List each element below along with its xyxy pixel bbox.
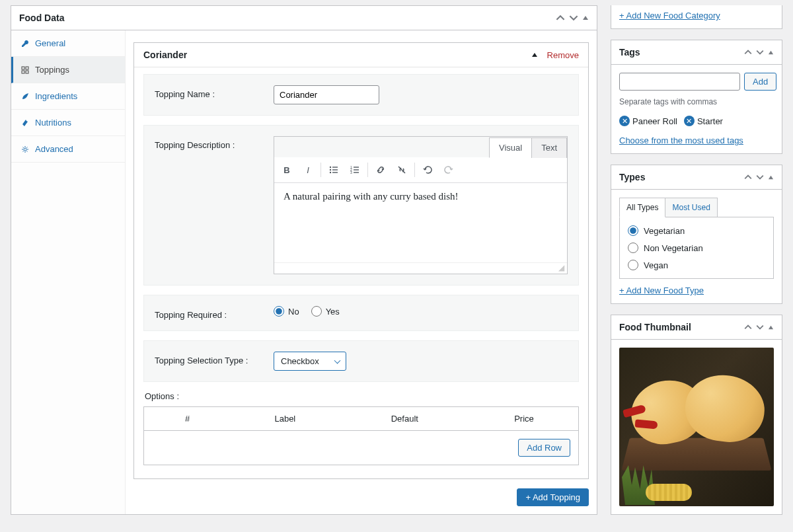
types-panel: Types All Types Most Used Vegetarian Non… [611,165,782,304]
topping-required-label: Topping Required : [155,306,274,320]
types-tab-most[interactable]: Most Used [665,198,717,217]
remove-topping-link[interactable]: Remove [547,50,579,60]
col-num: # [144,407,231,431]
tab-nutritions[interactable]: Nutritions [11,110,125,136]
col-default: Default [340,407,470,431]
link-icon[interactable] [371,160,391,180]
svg-rect-1 [26,67,28,69]
topping-desc-label: Topping Description : [155,136,274,150]
carrot-icon [20,118,30,128]
types-tab-all[interactable]: All Types [619,198,665,217]
wysiwyg-editor: Visual Text B I [274,136,568,274]
undo-icon[interactable] [418,160,437,180]
gear-icon [20,145,30,154]
triangle-up-icon[interactable] [768,324,774,330]
tags-title: Tags [619,47,640,57]
topping-desc-textarea[interactable]: A natural pairing with any curry based d… [274,183,567,262]
bullet-list-icon[interactable] [324,160,344,180]
add-topping-button[interactable]: + Add Topping [517,488,589,506]
svg-rect-12 [354,167,359,167]
svg-rect-8 [332,169,338,170]
tab-general[interactable]: General [11,30,125,57]
types-title: Types [619,172,645,182]
svg-rect-6 [332,167,338,167]
topping-name-input[interactable] [274,85,379,104]
wrench-icon [20,39,30,48]
remove-tag-icon[interactable]: ✕ [684,116,695,126]
remove-tag-icon[interactable]: ✕ [619,116,630,126]
food-data-title: Food Data [19,13,64,23]
tags-input[interactable] [619,73,740,91]
svg-rect-3 [26,71,28,73]
tab-toppings[interactable]: Toppings [11,57,125,83]
svg-point-5 [330,167,331,168]
chevron-down-icon[interactable] [756,173,764,181]
resize-handle-icon[interactable]: ◢ [274,262,567,274]
chevron-up-icon[interactable] [744,323,752,331]
required-yes-option[interactable]: Yes [311,306,340,317]
options-label: Options : [145,391,579,401]
thumbnail-title: Food Thumbnail [619,322,691,332]
tags-add-button[interactable]: Add [744,73,776,91]
selection-type-label: Topping Selection Type : [155,352,274,365]
tab-advanced[interactable]: Advanced [11,136,125,163]
add-food-category-link[interactable]: + Add New Food Category [619,11,720,20]
tags-panel: Tags Add Separate tags with commas ✕ Pan… [611,40,782,154]
add-food-type-link[interactable]: + Add New Food Type [619,285,704,295]
tab-ingredients[interactable]: Ingredients [11,83,125,110]
food-data-panel: Food Data General [11,5,597,515]
tag-chip: ✕ Starter [684,116,723,126]
type-option-vegan[interactable]: Vegan [628,260,765,270]
topping-name-label: Topping Name : [155,85,274,99]
chevron-down-icon[interactable] [569,13,578,22]
svg-point-4 [24,148,26,151]
thumbnail-panel: Food Thumbnail [611,315,782,515]
editor-tab-visual[interactable]: Visual [489,137,532,158]
redo-icon[interactable] [439,160,459,180]
svg-rect-0 [22,67,24,69]
tag-chip: ✕ Paneer Roll [619,116,677,126]
chevron-up-icon[interactable] [744,48,752,56]
svg-rect-2 [22,71,24,73]
chevron-up-icon[interactable] [556,13,565,22]
svg-rect-10 [332,172,338,172]
triangle-up-icon[interactable] [768,50,774,56]
topping-title: Coriander [143,50,187,60]
type-option-vegetarian[interactable]: Vegetarian [628,225,765,236]
chevron-up-icon[interactable] [744,173,752,181]
choose-tags-link[interactable]: Choose from the most used tags [619,135,743,145]
editor-tab-text[interactable]: Text [531,137,567,158]
add-row-button[interactable]: Add Row [518,439,570,457]
svg-point-7 [330,169,331,171]
unlink-icon[interactable] [392,160,412,180]
bold-icon[interactable]: B [277,160,297,180]
col-price: Price [470,407,579,431]
selection-type-select[interactable]: Checkbox [274,352,346,371]
svg-rect-14 [354,169,359,170]
options-table: # Label Default Price Add Row [143,406,579,465]
leaf-icon [20,92,30,101]
triangle-up-icon[interactable] [531,52,538,58]
svg-rect-16 [354,172,359,172]
svg-text:3: 3 [350,171,352,174]
triangle-up-icon[interactable] [768,174,774,180]
food-thumbnail-image[interactable] [619,348,774,506]
italic-icon[interactable]: I [298,160,318,180]
triangle-up-icon[interactable] [582,15,589,21]
chevron-down-icon[interactable] [756,48,764,56]
numbered-list-icon[interactable]: 123 [345,160,365,180]
required-no-option[interactable]: No [274,306,299,317]
chevron-down-icon[interactable] [756,323,764,331]
tags-hint: Separate tags with commas [619,97,774,106]
col-label: Label [231,407,340,431]
svg-point-9 [330,172,331,173]
type-option-nonveg[interactable]: Non Vegetarian [628,243,765,253]
grid-icon [20,65,30,75]
topping-item: Coriander Remove Topping Name : [133,42,589,479]
food-data-tabs: General Toppings Ingredients Nutrit [11,30,126,514]
